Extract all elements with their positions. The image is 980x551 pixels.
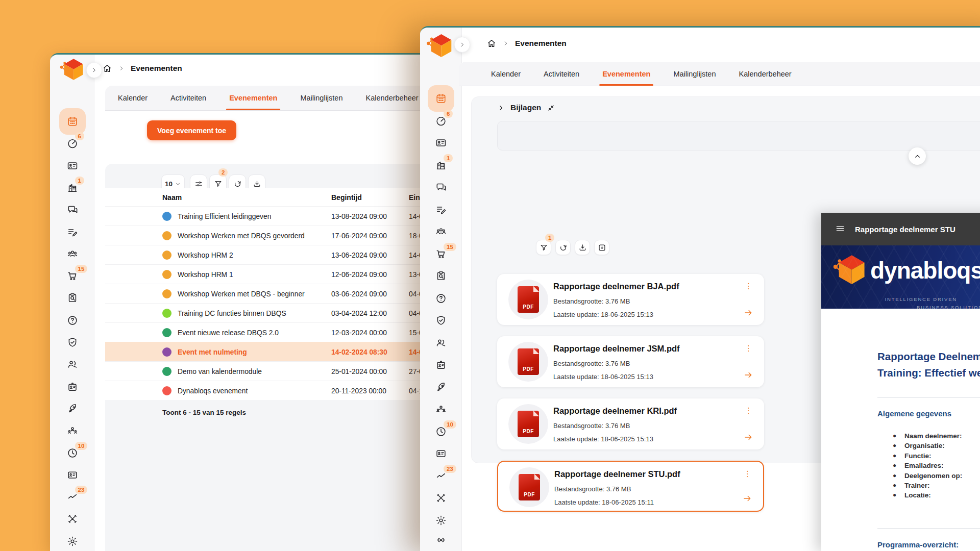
sidebar-item-dashboard[interactable]: 6	[434, 114, 448, 128]
sidebar-item-tools[interactable]	[434, 491, 448, 505]
tab-kalenderbeheer[interactable]: Kalenderbeheer	[365, 86, 418, 110]
menu-icon[interactable]	[835, 223, 846, 235]
table-row[interactable]: Event nieuwe release DBQS 2.012-03-2024 …	[105, 322, 453, 342]
sidebar-item-shield[interactable]	[434, 314, 448, 327]
sidebar-item-person-voice[interactable]	[66, 358, 79, 371]
sidebar-item-trend[interactable]: 23	[66, 490, 79, 504]
open-attachment-button[interactable]	[743, 370, 754, 381]
attachment-card[interactable]: PDF Rapportage deelnemer JSM.pdf Bestand…	[497, 336, 764, 387]
sidebar-item-badge-id[interactable]	[66, 380, 79, 393]
table-row[interactable]: Dynabloqs evenement20-11-2023 00:0004-12…	[105, 381, 453, 400]
breadcrumb: Evenementen	[486, 38, 567, 48]
add-event-button[interactable]: Voeg evenement toe	[147, 120, 236, 140]
attachment-card[interactable]: PDF Rapportage deelnemer BJA.pdf Bestand…	[497, 274, 764, 325]
sidebar-item-clipboard-search[interactable]	[434, 269, 448, 283]
sidebar-item-notes[interactable]	[66, 226, 79, 239]
sidebar-item-card[interactable]	[66, 468, 79, 482]
sidebar-item-clipboard-search[interactable]	[66, 291, 79, 305]
pdf-document: Rapportage Deelnemer STU – Training: Eff…	[821, 309, 980, 551]
open-attachment-button[interactable]	[743, 432, 754, 443]
home-icon[interactable]	[102, 63, 112, 73]
table-row[interactable]: Event met nulmeting14-02-2024 08:3014-02…	[105, 342, 453, 361]
sidebar-item-person-voice[interactable]	[434, 336, 448, 349]
sidebar-item-clock[interactable]: 10	[66, 446, 79, 460]
sidebar-item-notes[interactable]	[434, 203, 448, 216]
field-label: Deelgenomen op:	[904, 471, 980, 481]
pdf-preview-panel: Rapportage deelnemer STU 1 dynabloqs INT…	[821, 213, 980, 551]
pdf-brand-banner: dynabloqs INTELLIGENCE DRIVEN BUSINESS S…	[821, 245, 980, 309]
sidebar-item-rocket[interactable]	[434, 381, 448, 394]
sidebar-item-tools[interactable]	[66, 512, 79, 525]
sidebar-item-company[interactable]: 1	[434, 159, 448, 172]
sidebar-item-shield[interactable]	[66, 336, 79, 349]
more-options-button[interactable]	[743, 406, 754, 417]
sidebar-expand-button[interactable]	[86, 62, 102, 78]
dynabloqs-logo	[831, 254, 866, 286]
home-icon[interactable]	[486, 38, 497, 48]
sidebar-item-calendar[interactable]	[59, 108, 86, 135]
sidebar-item-rocket[interactable]	[66, 402, 79, 415]
tab-kalender[interactable]: Kalender	[491, 62, 521, 86]
sidebar-item-id-card[interactable]	[434, 136, 448, 149]
event-color-dot	[162, 251, 172, 260]
document-field: ● Naam deelnemer: Sam Tuurling	[893, 431, 980, 441]
sidebar-item-help[interactable]	[434, 292, 448, 305]
notes-icon	[67, 227, 78, 238]
tab-kalender[interactable]: Kalender	[118, 86, 148, 110]
table-row[interactable]: Workshop Werken met DBQS - beginner03-06…	[105, 284, 453, 303]
table-row[interactable]: Workshop HRM 213-06-2024 09:0014-06-2024…	[105, 245, 453, 264]
sidebar-item-team[interactable]	[434, 403, 448, 416]
sidebar-item-dashboard[interactable]: 6	[66, 137, 79, 150]
tab-evenementen[interactable]: Evenementen	[602, 62, 650, 86]
tab-activiteiten[interactable]: Activiteiten	[544, 62, 579, 86]
sidebar-item-chat[interactable]	[434, 181, 448, 194]
sidebar-item-cart[interactable]: 15	[434, 247, 448, 261]
tab-activiteiten[interactable]: Activiteiten	[170, 86, 206, 110]
open-attachment-button[interactable]	[742, 493, 753, 505]
attachment-size: Bestandsgrootte: 3.76 MB	[553, 360, 630, 367]
event-name: Training DC functies binnen DBQS	[178, 309, 286, 317]
sidebar-item-clock[interactable]: 10	[434, 425, 448, 438]
sidebar-item-id-card[interactable]	[66, 159, 79, 172]
sidebar-item-gear[interactable]	[434, 514, 448, 527]
tab-kalenderbeheer[interactable]: Kalenderbeheer	[739, 62, 791, 86]
table-row[interactable]: Training Efficient leidinggeven13-08-202…	[105, 206, 453, 226]
tab-mailinglijsten[interactable]: Mailinglijsten	[673, 62, 716, 86]
sidebar-item-team[interactable]	[66, 424, 79, 437]
collapse-panel-button[interactable]	[909, 147, 926, 165]
notification-badge: 15	[444, 243, 456, 251]
sidebar-item-calendar[interactable]	[428, 85, 454, 112]
notification-badge: 15	[75, 265, 88, 273]
sidebar-item-badge-id[interactable]	[434, 358, 448, 371]
sidebar-item-card[interactable]	[434, 447, 448, 460]
notification-badge: 6	[444, 110, 453, 118]
sidebar-item-cart[interactable]: 15	[66, 269, 79, 283]
field-label: Trainer:	[904, 481, 980, 490]
tab-mailinglijsten[interactable]: Mailinglijsten	[300, 86, 342, 110]
sidebar-item-chat[interactable]	[66, 203, 79, 216]
sidebar-item-trend[interactable]: 23	[434, 469, 448, 483]
table-row[interactable]: Demo van kalendermodule25-01-2024 00:002…	[105, 361, 453, 381]
table-row[interactable]: Workshop HRM 112-06-2024 09:0013-06-2024…	[105, 264, 453, 284]
sidebar-item-people[interactable]	[66, 247, 79, 261]
sidebar-item-gear[interactable]	[66, 535, 79, 548]
attachment-card[interactable]: PDF Rapportage deelnemer KRI.pdf Bestand…	[497, 398, 764, 449]
kebab-icon	[744, 282, 753, 291]
filter-count-badge: 1	[545, 234, 554, 242]
more-options-button[interactable]	[743, 343, 754, 355]
open-attachment-button[interactable]	[743, 308, 754, 319]
table-row[interactable]: Workshop Werken met DBQS gevorderd17-06-…	[105, 226, 453, 245]
sidebar-item-code[interactable]	[434, 536, 448, 549]
pdf-file-icon: PDF	[509, 467, 549, 507]
person-voice-icon	[435, 337, 447, 348]
more-options-button[interactable]	[742, 469, 753, 480]
sidebar-item-help[interactable]	[66, 314, 79, 327]
tab-evenementen[interactable]: Evenementen	[229, 86, 277, 110]
attachment-card[interactable]: PDF Rapportage deelnemer STU.pdf Bestand…	[497, 461, 764, 512]
sidebar-expand-button[interactable]	[454, 37, 470, 53]
sidebar-item-company[interactable]: 1	[66, 181, 79, 194]
sidebar-item-people[interactable]	[434, 225, 448, 238]
table-row[interactable]: Training DC functies binnen DBQS03-04-20…	[105, 303, 453, 322]
pdf-viewer-toolbar: Rapportage deelnemer STU 1	[821, 213, 980, 245]
more-options-button[interactable]	[743, 281, 754, 292]
